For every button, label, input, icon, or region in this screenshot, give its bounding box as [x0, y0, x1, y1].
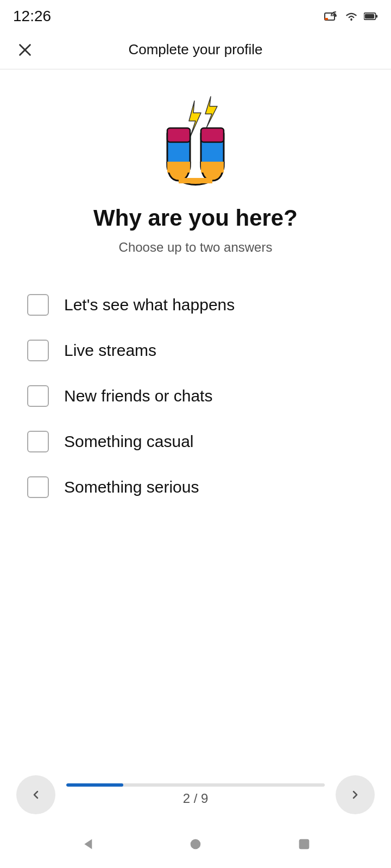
status-bar: 12:26 [0, 0, 391, 30]
back-button[interactable] [79, 837, 94, 852]
bottom-nav: 2 / 9 [0, 760, 391, 825]
option-label-something-casual: Something casual [64, 432, 193, 451]
question-title: Why are you here? [93, 205, 298, 231]
progress-bar-fill [66, 783, 123, 787]
option-label-new-friends: New friends or chats [64, 387, 212, 405]
prev-button[interactable] [16, 775, 55, 814]
svg-rect-5 [365, 14, 374, 19]
close-icon [17, 42, 33, 58]
checkbox-new-friends [27, 385, 49, 407]
option-new-friends[interactable]: New friends or chats [22, 373, 369, 419]
option-label-lets-see: Let's see what happens [64, 296, 235, 314]
svg-marker-18 [84, 839, 92, 850]
cast-icon [324, 11, 339, 22]
page-header: Complete your profile [0, 30, 391, 69]
home-button[interactable] [188, 837, 203, 852]
option-something-casual[interactable]: Something casual [22, 419, 369, 464]
checkbox-live-streams [27, 340, 49, 361]
checkbox-lets-see [27, 294, 49, 316]
option-something-serious[interactable]: Something serious [22, 464, 369, 510]
recents-icon [297, 837, 312, 852]
home-icon [188, 837, 203, 852]
svg-rect-14 [201, 162, 224, 173]
status-time: 12:26 [13, 8, 51, 25]
svg-rect-15 [179, 178, 212, 183]
svg-rect-6 [376, 15, 377, 17]
recents-button[interactable] [297, 837, 312, 852]
magnet-svg [147, 91, 244, 189]
magnet-illustration [147, 91, 244, 189]
checkbox-something-casual [27, 431, 49, 452]
progress-text: 2 / 9 [183, 791, 209, 806]
svg-rect-16 [167, 128, 190, 142]
svg-point-2 [335, 15, 337, 17]
question-subtitle: Choose up to two answers [119, 240, 273, 255]
svg-rect-20 [299, 839, 310, 850]
option-live-streams[interactable]: Live streams [22, 328, 369, 373]
progress-bar-bg [66, 783, 325, 787]
chevron-left-icon [29, 788, 42, 801]
chevron-right-icon [349, 788, 362, 801]
next-button[interactable] [336, 775, 375, 814]
option-label-something-serious: Something serious [64, 478, 199, 496]
wifi-icon [344, 11, 358, 22]
option-lets-see[interactable]: Let's see what happens [22, 282, 369, 328]
close-button[interactable] [13, 38, 37, 62]
svg-point-3 [350, 19, 352, 21]
status-icons [324, 11, 378, 22]
progress-container: 2 / 9 [66, 783, 325, 806]
header-title: Complete your profile [128, 41, 262, 58]
system-nav [0, 825, 391, 868]
svg-marker-10 [205, 97, 217, 128]
svg-rect-17 [201, 128, 224, 142]
svg-rect-13 [167, 162, 190, 173]
checkbox-something-serious [27, 476, 49, 498]
battery-icon [364, 12, 378, 20]
back-icon [79, 837, 94, 852]
svg-marker-9 [189, 101, 201, 137]
main-content: Why are you here? Choose up to two answe… [0, 69, 391, 760]
option-label-live-streams: Live streams [64, 341, 156, 360]
options-list: Let's see what happens Live streams New … [22, 282, 369, 510]
svg-point-19 [191, 839, 201, 850]
svg-rect-1 [325, 18, 328, 20]
